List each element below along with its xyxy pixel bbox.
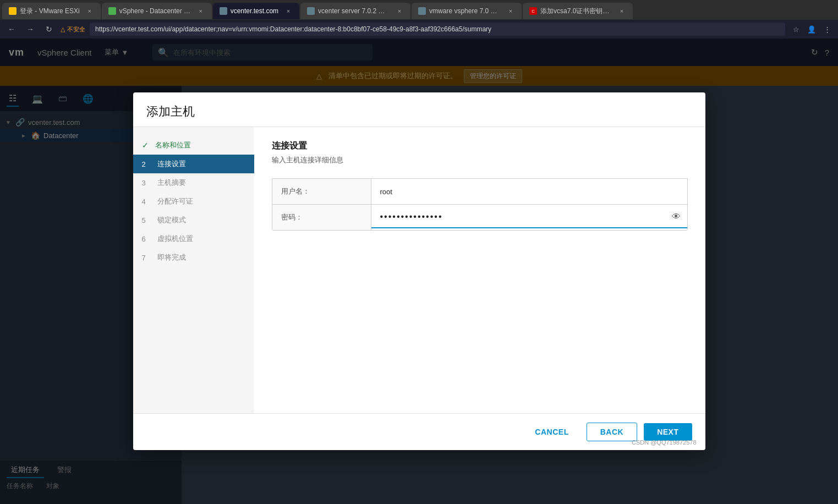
watermark: CSDN @QQ719872578: [632, 439, 697, 446]
tab-favicon-tab4: [307, 7, 315, 15]
step-num-4: 4: [142, 198, 153, 206]
back-button[interactable]: BACK: [587, 423, 637, 441]
tab-favicon-tab2: [108, 7, 116, 15]
tab-close-tab2[interactable]: ×: [196, 7, 205, 15]
dialog-footer: CANCEL BACK NEXT: [133, 413, 705, 450]
browser-tab-tab5[interactable]: vmware vsphere 7.0 官方全套软...×: [412, 3, 522, 19]
username-input[interactable]: [371, 182, 687, 201]
step-num-3: 3: [142, 179, 153, 187]
tab-bar: 登录 - VMware ESXi×vSphere - Datacenter - …: [0, 0, 838, 20]
step-label-5: 锁定模式: [157, 215, 186, 225]
tab-favicon-tab3: [220, 7, 227, 15]
bookmark-icon[interactable]: ☆: [790, 23, 803, 36]
form-section-title: 连接设置: [272, 140, 688, 152]
browser-tab-tab3[interactable]: vcenter.test.com×: [213, 3, 299, 19]
step-item-3: 3主机摘要: [133, 173, 254, 192]
settings-icon[interactable]: ⋮: [820, 23, 834, 36]
browser-chrome: 登录 - VMware ESXi×vSphere - Datacenter - …: [0, 0, 838, 39]
step-label-4: 分配许可证: [157, 196, 193, 206]
back-nav-button[interactable]: ←: [4, 22, 19, 36]
tab-close-tab1[interactable]: ×: [85, 7, 94, 15]
browser-tab-tab6[interactable]: C添加vcsa7.0证书密钥记录_vcent...×: [523, 3, 633, 19]
forward-nav-button[interactable]: →: [23, 22, 37, 36]
step-item-1[interactable]: ✓名称和位置: [133, 136, 254, 155]
steps-panel: ✓名称和位置2连接设置3主机摘要4分配许可证5锁定模式6虚拟机位置7即将完成: [133, 127, 254, 413]
tab-title-tab1: 登录 - VMware ESXi: [20, 7, 80, 16]
browser-tab-tab1[interactable]: 登录 - VMware ESXi×: [2, 3, 101, 19]
password-row: 密码： 👁: [272, 204, 688, 231]
step-num-6: 6: [142, 235, 153, 243]
step-check-icon-1: ✓: [142, 141, 149, 150]
warning-triangle-icon: △: [61, 26, 65, 33]
form-section-desc: 输入主机连接详细信息: [272, 155, 688, 165]
step-num-5: 5: [142, 216, 153, 224]
security-indicator: △ 不安全: [61, 25, 85, 34]
step-label-1: 名称和位置: [155, 140, 191, 150]
username-label: 用户名：: [272, 179, 371, 204]
tab-title-tab2: vSphere - Datacenter - 摘要: [119, 7, 191, 16]
tab-favicon-tab6: C: [529, 7, 537, 15]
next-button[interactable]: NEXT: [644, 423, 692, 441]
security-text: 不安全: [67, 25, 85, 34]
step-num-7: 7: [142, 254, 153, 262]
browser-tab-tab2[interactable]: vSphere - Datacenter - 摘要×: [102, 3, 212, 19]
cancel-button[interactable]: CANCEL: [524, 423, 579, 441]
add-host-dialog: 添加主机 ✓名称和位置2连接设置3主机摘要4分配许可证5锁定模式6虚拟机位置7即…: [133, 92, 705, 450]
dialog-title: 添加主机: [146, 103, 692, 120]
step-item-5: 5锁定模式: [133, 211, 254, 229]
show-password-icon[interactable]: 👁: [670, 210, 683, 224]
step-item-4: 4分配许可证: [133, 192, 254, 211]
tab-favicon-tab1: [9, 7, 17, 15]
tab-close-tab6[interactable]: ×: [617, 7, 626, 15]
address-input[interactable]: [90, 23, 785, 36]
dialog-body: ✓名称和位置2连接设置3主机摘要4分配许可证5锁定模式6虚拟机位置7即将完成 连…: [133, 127, 705, 413]
password-label: 密码：: [272, 205, 371, 230]
step-item-2[interactable]: 2连接设置: [133, 155, 254, 173]
dialog-header: 添加主机: [133, 92, 705, 127]
tab-favicon-tab5: [418, 7, 426, 15]
step-label-7: 即将完成: [157, 253, 186, 262]
tab-close-tab5[interactable]: ×: [506, 7, 515, 15]
step-label-2: 连接设置: [157, 159, 186, 169]
password-field-container: 👁: [371, 206, 687, 228]
address-actions: ☆ 👤 ⋮: [790, 23, 834, 36]
step-item-7: 7即将完成: [133, 248, 254, 267]
password-input[interactable]: [376, 206, 670, 227]
step-item-6: 6虚拟机位置: [133, 229, 254, 248]
tab-title-tab4: vcenter server 7.0.2 许可证密钥...: [318, 7, 390, 16]
tab-title-tab6: 添加vcsa7.0证书密钥记录_vcent...: [540, 7, 612, 16]
step-label-6: 虚拟机位置: [157, 234, 193, 244]
tab-close-tab4[interactable]: ×: [395, 7, 404, 15]
tab-close-tab3[interactable]: ×: [284, 7, 293, 15]
reload-button[interactable]: ↻: [42, 22, 56, 36]
step-label-3: 主机摘要: [157, 178, 186, 188]
address-bar-row: ← → ↻ △ 不安全 ☆ 👤 ⋮: [0, 20, 838, 39]
username-row: 用户名：: [272, 178, 688, 205]
tab-title-tab3: vcenter.test.com: [231, 7, 278, 15]
profile-icon[interactable]: 👤: [805, 23, 818, 36]
step-num-2: 2: [142, 160, 153, 168]
form-panel: 连接设置 输入主机连接详细信息 用户名： 密码： 👁: [254, 127, 705, 413]
tab-title-tab5: vmware vsphere 7.0 官方全套软...: [429, 7, 501, 16]
browser-tab-tab4[interactable]: vcenter server 7.0.2 许可证密钥...×: [300, 3, 410, 19]
modal-overlay: 添加主机 ✓名称和位置2连接设置3主机摘要4分配许可证5锁定模式6虚拟机位置7即…: [0, 39, 838, 504]
